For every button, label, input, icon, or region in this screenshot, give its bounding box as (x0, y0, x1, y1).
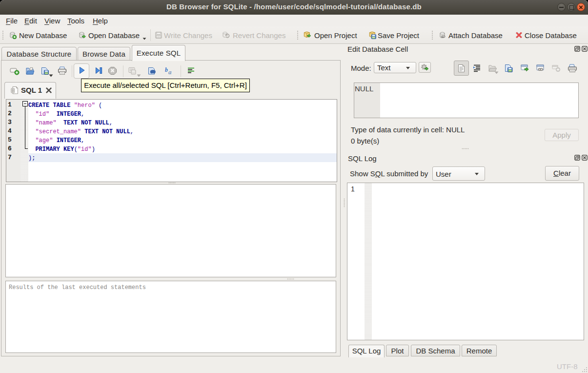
svg-text:a: a (168, 68, 172, 75)
svg-text:b: b (165, 66, 168, 73)
